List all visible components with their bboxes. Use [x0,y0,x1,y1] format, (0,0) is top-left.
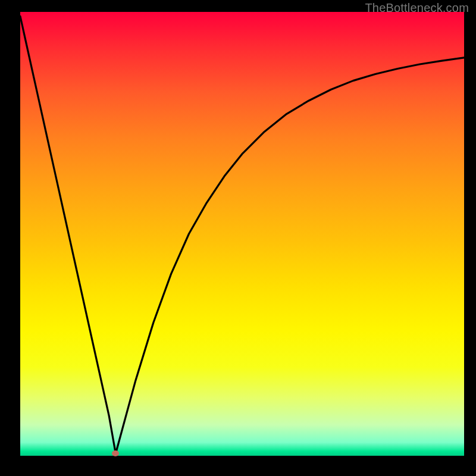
plot-area [20,12,464,456]
watermark-text: TheBottleneck.com [365,1,469,15]
bottleneck-curve [20,12,464,456]
minimum-marker [112,450,119,456]
chart-frame: TheBottleneck.com [0,0,476,476]
